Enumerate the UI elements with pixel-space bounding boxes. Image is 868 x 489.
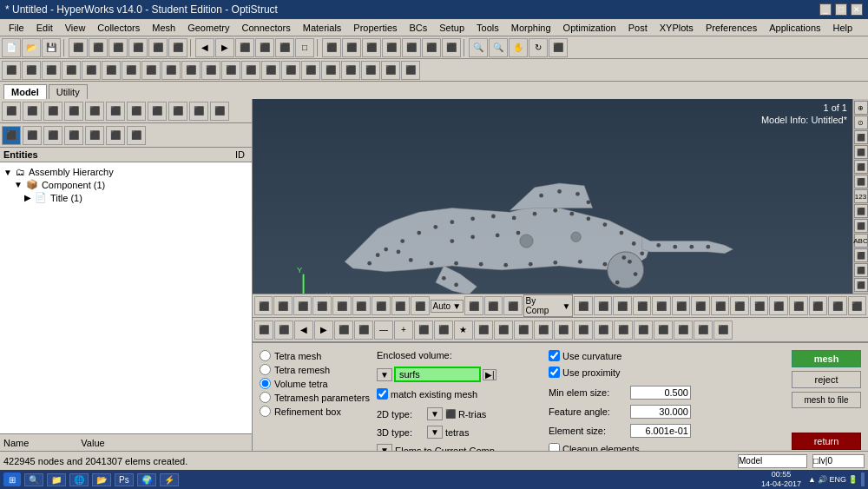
lt-btn7[interactable]: ⬛ [127, 102, 146, 121]
vt2-btn18[interactable]: ⬛ [594, 320, 613, 340]
vt2-btn2[interactable]: ⬛ [274, 320, 293, 340]
menu-preferences[interactable]: Preferences [700, 22, 762, 34]
toolbar-save[interactable]: 💾 [42, 38, 61, 57]
toolbar-btn17[interactable]: ⬛ [402, 38, 421, 57]
radio-tetra-mesh[interactable]: Tetra mesh [260, 350, 370, 361]
menu-mesh[interactable]: Mesh [147, 22, 181, 34]
toolbar-btn20[interactable]: ⬛ [549, 38, 568, 57]
taskbar-folder[interactable]: 📂 [92, 473, 111, 486]
vt-btn15[interactable]: ⬛ [613, 296, 632, 315]
auto-dropdown[interactable]: Auto ▼ [431, 300, 464, 313]
lt2-btn6[interactable]: ⬛ [106, 126, 125, 145]
menu-view[interactable]: View [60, 22, 91, 34]
elems-dropdown[interactable]: ▼ [377, 444, 392, 451]
vt-btn2[interactable]: ⬛ [273, 296, 293, 315]
toolbar-btn6[interactable]: ⬛ [168, 38, 187, 57]
vt2-btn20[interactable]: ⬛ [634, 320, 653, 340]
lt-btn1[interactable]: ⬛ [2, 102, 21, 121]
toolbar-zoom[interactable]: 🔍 [469, 38, 488, 57]
tb2-btn18[interactable]: ⬛ [341, 61, 360, 80]
enclosed-surfs-input[interactable] [394, 367, 481, 382]
tb2-btn9[interactable]: ⬛ [161, 61, 181, 80]
min-elem-input[interactable] [630, 386, 691, 400]
2d-type-dropdown[interactable]: ▼ [427, 407, 443, 420]
strip-btn6[interactable]: ⬛ [854, 175, 868, 188]
enclosed-play-btn[interactable]: ▶| [483, 369, 497, 380]
tree-item-assembly[interactable]: ▼ 🗂 Assembly Hierarchy [3, 166, 248, 178]
menu-optimization[interactable]: Optimization [558, 22, 621, 34]
vt2-btn5[interactable]: ⬛ [334, 320, 353, 340]
vt2-btn13[interactable]: ⬛ [494, 320, 513, 340]
lt-btn6[interactable]: ⬛ [106, 102, 125, 121]
menu-setup[interactable]: Setup [434, 22, 470, 34]
strip-btn12[interactable]: ⬛ [854, 263, 868, 277]
tb2-btn16[interactable]: ⬛ [301, 61, 320, 80]
toolbar-btn9[interactable]: ⬛ [235, 38, 254, 57]
toolbar-btn1[interactable]: ⬛ [69, 38, 88, 57]
vt2-btn23[interactable]: ⬛ [694, 320, 713, 340]
toolbar-btn19[interactable]: ⬛ [442, 38, 461, 57]
radio-tetramesh-params[interactable]: Tetramesh parameters [260, 392, 370, 403]
toolbar-btn12[interactable]: □ [295, 38, 314, 57]
menu-post[interactable]: Post [623, 22, 653, 34]
toolbar-btn5[interactable]: ⬛ [148, 38, 168, 57]
menu-collectors[interactable]: Collectors [92, 22, 145, 34]
vt2-btn3[interactable]: ◀ [294, 320, 313, 340]
lt-btn2[interactable]: ⬛ [23, 102, 42, 121]
toolbar-btn4[interactable]: ⬛ [128, 38, 148, 57]
vt2-btn1[interactable]: ⬛ [254, 320, 273, 340]
feature-angle-input[interactable] [630, 405, 691, 419]
vt-btn4[interactable]: ⬛ [312, 296, 332, 315]
toolbar-btn8[interactable]: ▶ [215, 38, 234, 57]
vt2-btn4[interactable]: ▶ [314, 320, 333, 340]
strip-btn8[interactable]: ⬛ [854, 204, 868, 218]
tb2-btn19[interactable]: ⬛ [361, 61, 380, 80]
vt2-btn12[interactable]: ⬛ [474, 320, 493, 340]
tb2-btn13[interactable]: ⬛ [241, 61, 260, 80]
vt-btn1[interactable]: ⬛ [254, 296, 273, 315]
tb2-btn17[interactable]: ⬛ [321, 61, 340, 80]
vt2-btn10[interactable]: ⬛ [434, 320, 453, 340]
strip-btn4[interactable]: ⬛ [854, 145, 868, 159]
menu-edit[interactable]: Edit [31, 22, 58, 34]
toolbar-btn7[interactable]: ◀ [195, 38, 214, 57]
vt2-btn19[interactable]: ⬛ [614, 320, 633, 340]
status-ivi-input[interactable] [812, 454, 865, 468]
toolbar-btn14[interactable]: ⬛ [342, 38, 361, 57]
menu-connectors[interactable]: Connectors [236, 22, 295, 34]
lt-btn11[interactable]: ⬛ [210, 102, 229, 121]
vt2-btn7[interactable]: — [374, 320, 393, 340]
tb2-btn14[interactable]: ⬛ [261, 61, 280, 80]
lt-btn3[interactable]: ⬛ [43, 102, 62, 121]
menu-materials[interactable]: Materials [298, 22, 347, 34]
tray-arrow[interactable]: ▲ [808, 475, 816, 484]
lt2-btn2[interactable]: ⬛ [23, 126, 42, 145]
strip-btn13[interactable]: ⬛ [854, 278, 868, 292]
toolbar-btn16[interactable]: ⬛ [382, 38, 401, 57]
tb2-btn5[interactable]: ⬛ [82, 61, 101, 80]
use-proximity-checkbox[interactable] [549, 367, 560, 378]
taskbar-chrome[interactable]: 🌍 [137, 473, 156, 486]
match-existing-checkbox[interactable] [377, 388, 388, 400]
tb2-btn3[interactable]: ⬛ [42, 61, 61, 80]
toolbar-btn15[interactable]: ⬛ [362, 38, 381, 57]
menu-tools[interactable]: Tools [471, 22, 504, 34]
strip-btn1[interactable]: ⊕ [854, 101, 868, 115]
tab-model[interactable]: Model [3, 84, 47, 99]
vt-btn8[interactable]: ⬛ [391, 296, 411, 315]
tb2-btn1[interactable]: ⬛ [2, 61, 21, 80]
vt-btn5[interactable]: ⬛ [332, 296, 352, 315]
vt-btn24[interactable]: ⬛ [789, 296, 808, 315]
radio-input-tetra-remesh[interactable] [260, 364, 271, 375]
mesh-button[interactable]: mesh [792, 350, 861, 367]
vt2-btn11[interactable]: ★ [454, 320, 473, 340]
taskbar-explorer[interactable]: 📁 [47, 473, 66, 486]
vt-btn27[interactable]: ⬛ [848, 296, 867, 315]
lt2-btn4[interactable]: ⬛ [64, 126, 83, 145]
tb2-btn7[interactable]: ⬛ [122, 61, 141, 80]
toolbar-btn2[interactable]: ⬛ [89, 38, 108, 57]
toolbar-btn13[interactable]: ⬛ [322, 38, 341, 57]
toolbar-btn18[interactable]: ⬛ [422, 38, 441, 57]
show-desktop-button[interactable] [861, 472, 865, 486]
vt-btn25[interactable]: ⬛ [809, 296, 828, 315]
